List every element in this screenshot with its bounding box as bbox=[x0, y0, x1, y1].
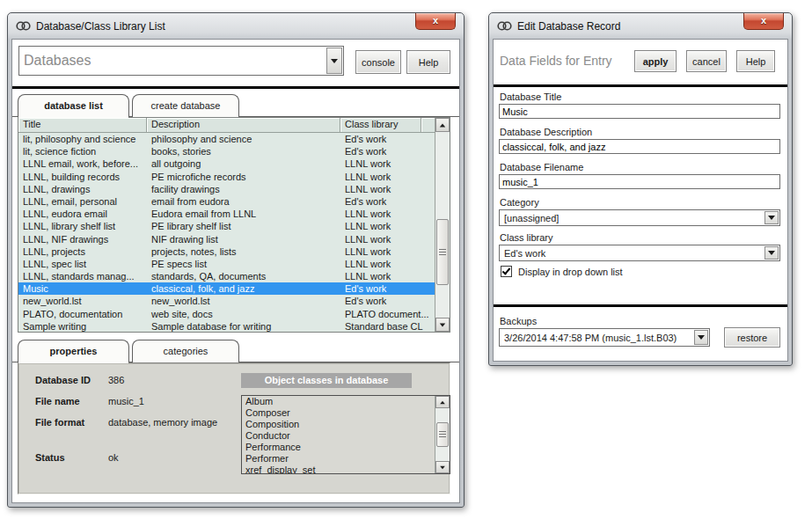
column-header-title[interactable]: Title bbox=[18, 118, 147, 133]
apply-button[interactable]: apply bbox=[634, 50, 677, 72]
display-checkbox[interactable]: Display in drop down list bbox=[501, 266, 623, 277]
table-row[interactable]: new_world.lstnew_world.lstEd's work bbox=[18, 295, 435, 307]
scrollbar-thumb[interactable] bbox=[436, 422, 449, 447]
window-title: Edit Database Record bbox=[517, 20, 620, 33]
scroll-up-icon[interactable] bbox=[435, 118, 450, 132]
object-classes-scrollbar[interactable] bbox=[435, 396, 450, 473]
table-row[interactable]: LLNL email, work, before...all outgoingL… bbox=[18, 157, 435, 170]
column-header-description[interactable]: Description bbox=[147, 118, 340, 133]
window-title: Database/Class Library List bbox=[36, 20, 165, 33]
property-row: Database ID bbox=[35, 375, 91, 385]
backups-label: Backups bbox=[500, 316, 537, 326]
table-row[interactable]: PLATO, documentationweb site, docsPLATO … bbox=[18, 308, 435, 320]
class-library-label: Class library bbox=[500, 232, 553, 243]
tab-database-list[interactable]: database list bbox=[18, 94, 129, 117]
database-selector-value: Databases bbox=[24, 53, 91, 69]
table-cell: PLATO document... bbox=[340, 308, 435, 320]
scroll-up-icon[interactable] bbox=[435, 396, 450, 408]
table-cell: Ed's work bbox=[340, 133, 435, 145]
object-class-item[interactable]: Album bbox=[242, 396, 435, 407]
object-class-item[interactable]: Performer bbox=[242, 453, 435, 465]
table-row[interactable]: LLNL, library shelf listPE library shelf… bbox=[18, 220, 435, 232]
chevron-down-icon[interactable] bbox=[694, 330, 708, 345]
table-row[interactable]: LLNL, drawingsfacility drawingsLLNL work bbox=[18, 183, 435, 195]
tab-properties[interactable]: properties bbox=[18, 340, 129, 362]
scroll-down-icon[interactable] bbox=[435, 318, 450, 332]
app-icon bbox=[497, 20, 512, 32]
chevron-down-icon[interactable] bbox=[764, 211, 779, 224]
object-classes-header: Object classes in database bbox=[241, 373, 412, 388]
property-label: Status bbox=[35, 452, 65, 463]
class-library-combo[interactable]: Ed's work bbox=[499, 245, 780, 261]
chevron-down-icon[interactable] bbox=[764, 246, 779, 260]
table-row[interactable]: LLNL, building recordsPE microfiche reco… bbox=[18, 171, 435, 183]
database-description-input[interactable] bbox=[499, 139, 780, 154]
object-class-item[interactable]: Composition bbox=[242, 419, 435, 430]
scroll-down-icon[interactable] bbox=[435, 461, 450, 473]
database-selector-combo[interactable]: Databases bbox=[18, 46, 344, 76]
column-header-class-library[interactable]: Class library bbox=[340, 118, 421, 133]
table-cell: Sample database for writing bbox=[147, 320, 340, 332]
tab-categories[interactable]: categories bbox=[132, 340, 239, 362]
table-cell: Ed's work bbox=[340, 295, 435, 307]
table-header: Title Description Class library bbox=[18, 118, 450, 133]
table-cell: email from eudora bbox=[147, 195, 340, 208]
help-button[interactable]: Help bbox=[736, 50, 775, 72]
property-label: File format bbox=[35, 417, 84, 428]
table-cell: LLNL work bbox=[340, 157, 435, 170]
table-row[interactable]: LLNL, eudora emailEudora email from LLNL… bbox=[18, 208, 435, 220]
table-row[interactable]: LLNL, NIF drawingsNIF drawing listLLNL w… bbox=[18, 233, 435, 245]
table-cell: Ed's work bbox=[340, 195, 435, 208]
titlebar[interactable]: Database/Class Library List bbox=[8, 13, 464, 39]
table-cell: PE microfiche records bbox=[147, 171, 340, 183]
database-filename-label: Database Filename bbox=[500, 162, 583, 172]
table-cell: LLNL work bbox=[340, 258, 435, 270]
table-row[interactable]: LLNL, projectsprojects, notes, listsLLNL… bbox=[18, 245, 435, 258]
table-scrollbar[interactable] bbox=[435, 118, 450, 332]
table-row[interactable]: lit, philosophy and sciencephilosophy an… bbox=[18, 133, 435, 145]
database-title-label: Database Title bbox=[500, 91, 561, 102]
table-row[interactable]: LLNL, email, personalemail from eudoraEd… bbox=[18, 195, 435, 208]
object-class-item[interactable]: xref_display_set bbox=[242, 465, 435, 473]
restore-button[interactable]: restore bbox=[724, 327, 780, 348]
properties-panel: Database ID 386 File name music_1 File f… bbox=[18, 362, 450, 494]
table-cell: LLNL, NIF drawings bbox=[18, 233, 147, 245]
table-row[interactable]: Sample writingSample database for writin… bbox=[18, 320, 435, 332]
table-row[interactable]: Musicclassiccal, folk, and jazzEd's work bbox=[18, 282, 435, 295]
checkbox-box[interactable] bbox=[501, 266, 512, 277]
table-row[interactable]: LLNL, standards manag...standards, QA, d… bbox=[18, 270, 435, 282]
table-cell: facility drawings bbox=[147, 183, 340, 195]
close-icon[interactable]: x bbox=[415, 13, 456, 30]
tab-create-database[interactable]: create database bbox=[132, 94, 239, 117]
table-cell: LLNL work bbox=[340, 208, 435, 220]
checkbox-label: Display in drop down list bbox=[518, 267, 623, 277]
table-cell: LLNL, drawings bbox=[18, 183, 147, 195]
object-class-item[interactable]: Performance bbox=[242, 442, 435, 453]
object-class-item[interactable]: Conductor bbox=[242, 430, 435, 442]
property-row: File name bbox=[35, 396, 80, 406]
category-combo[interactable]: [unassigned] bbox=[499, 209, 780, 226]
table-cell: LLNL work bbox=[340, 233, 435, 245]
table-row[interactable]: lit, science fictionbooks, storiesEd's w… bbox=[18, 145, 435, 157]
chevron-down-icon[interactable] bbox=[326, 48, 342, 74]
help-button[interactable]: Help bbox=[406, 50, 450, 74]
object-class-item[interactable]: Composer bbox=[242, 407, 435, 419]
close-icon[interactable]: x bbox=[743, 13, 784, 30]
table-cell: Eudora email from LLNL bbox=[147, 208, 340, 220]
backups-value: 3/26/2014 4:47:58 PM (music_1.lst.B03) bbox=[504, 333, 677, 343]
property-value: ok bbox=[108, 452, 119, 463]
backups-combo[interactable]: 3/26/2014 4:47:58 PM (music_1.lst.B03) bbox=[499, 328, 710, 347]
cancel-button[interactable]: cancel bbox=[686, 50, 727, 72]
table-cell: LLNL, email, personal bbox=[18, 195, 147, 208]
table-cell: all outgoing bbox=[147, 157, 340, 170]
database-title-input[interactable] bbox=[499, 104, 780, 119]
property-row: Status bbox=[35, 452, 65, 463]
separator bbox=[494, 84, 787, 87]
scrollbar-thumb[interactable] bbox=[436, 219, 449, 285]
table-cell: LLNL work bbox=[340, 220, 435, 232]
table-row[interactable]: LLNL, spec listPE specs listLLNL work bbox=[18, 258, 435, 270]
console-button[interactable]: console bbox=[355, 50, 401, 74]
database-table: Title Description Class library lit, phi… bbox=[18, 117, 450, 333]
database-filename-input[interactable] bbox=[499, 174, 780, 189]
object-classes-listbox: AlbumComposerCompositionConductorPerform… bbox=[241, 395, 450, 474]
